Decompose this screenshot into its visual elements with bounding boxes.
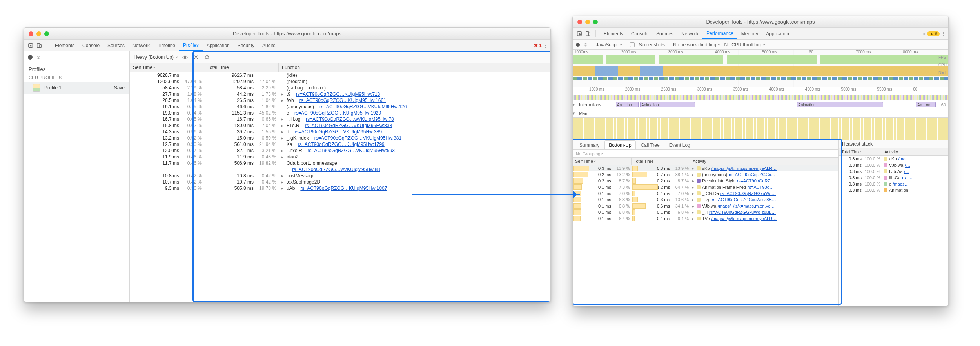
tab-application[interactable]: Application	[203, 40, 234, 51]
record-icon[interactable]	[576, 43, 580, 47]
main-flame[interactable]	[573, 118, 948, 140]
table-row[interactable]: 0.1 ms6.4 %0.1 ms6.4 %▸TVe/maps/_/js/k=m…	[573, 215, 838, 222]
source-link[interactable]: rs=ACT90oGqRZGGxuWo…	[720, 190, 776, 197]
save-profile-link[interactable]: Save	[114, 85, 125, 91]
tab-memory[interactable]: Memory	[737, 28, 762, 39]
inspect-icon[interactable]	[576, 30, 583, 37]
zoom-icon[interactable]	[44, 31, 49, 36]
tab-console[interactable]: Console	[627, 28, 652, 39]
table-row[interactable]: 0.3 ms100.0 %Animation	[839, 187, 948, 193]
table-row[interactable]: 16.7 ms0.65 %16.7 ms0.65 %▸_.H.ogrs=ACT9…	[130, 116, 550, 122]
tab-audits[interactable]: Audits	[258, 40, 279, 51]
table-row[interactable]: 9.3 ms0.36 %505.8 ms19.78 %▸uAbrs=ACT90o…	[130, 185, 550, 191]
source-link[interactable]: /…	[905, 162, 910, 168]
table-row[interactable]: 0.3 ms100.0 %iIL.Gars=…	[839, 175, 948, 181]
table-row[interactable]: 0.3 ms100.0 %c/maps…	[839, 181, 948, 187]
source-link[interactable]: rs=ACT90oGqRZGG…VKUIgM95Hw:126	[319, 104, 407, 110]
close-icon[interactable]	[577, 20, 582, 24]
net-throttle-select[interactable]: No network throttling	[673, 42, 720, 47]
col-total-time[interactable]: Total Time	[204, 63, 279, 72]
overview-timeline[interactable]: 1000ms2000 ms3000 ms4000 ms5000 ms607000…	[573, 50, 948, 87]
col-self-time[interactable]: Self Time	[573, 158, 632, 165]
bottom-tab-event-log[interactable]: Event Log	[665, 140, 695, 149]
tab-network[interactable]: Network	[129, 40, 154, 51]
table-row[interactable]: 15.8 ms0.62 %180.0 ms7.04 %▸F1e.Rrs=ACT9…	[130, 122, 550, 129]
source-link[interactable]: rs=ACT90oGqRZGGxuWo-z8B…	[712, 197, 776, 203]
table-row[interactable]: 0.1 ms6.8 %0.1 ms6.8 %▸_.jirs=ACT90oGqRZ…	[573, 209, 838, 215]
table-row[interactable]: 27.7 ms1.08 %44.2 ms1.73 %▸t9rs=ACT90oGq…	[130, 91, 550, 97]
minimize-icon[interactable]	[36, 31, 41, 36]
reload-icon[interactable]	[203, 54, 211, 61]
kebab-menu-icon[interactable]: ⋮	[941, 31, 945, 36]
bottom-tab-summary[interactable]: Summary	[575, 140, 604, 149]
col-self-time[interactable]: Self Time	[130, 63, 204, 72]
source-link[interactable]: /…	[904, 168, 909, 175]
table-row[interactable]: 10.7 ms0.42 %10.7 ms0.42 %▸texSubImage2D	[130, 179, 550, 185]
source-link[interactable]: /maps…	[893, 181, 909, 187]
source-link[interactable]: rs=ACT90oGqRZGG…VKUIgM95Hw:593	[308, 148, 395, 154]
table-row[interactable]: 11.9 ms0.46 %11.9 ms0.46 %▸atan2	[130, 154, 550, 160]
tab-performance[interactable]: Performance	[702, 28, 737, 39]
col-activity[interactable]: Activity	[690, 158, 838, 165]
source-link[interactable]: rs=ACT90oGqRZGG…VKUIgM95Hw:381	[314, 135, 401, 141]
source-link[interactable]: rs=ACT90oGqRZGGxuWo-z8BL…	[709, 209, 776, 215]
tab-timeline[interactable]: Timeline	[154, 40, 179, 51]
tab-network[interactable]: Network	[677, 28, 702, 39]
table-row[interactable]: 0.3 ms13.9 %0.3 ms13.9 %▸aKb/maps/_/js/k…	[573, 165, 838, 171]
table-row[interactable]: 10.8 ms0.42 %10.8 ms0.42 %▸postMessage	[130, 173, 550, 179]
table-row[interactable]: 14.3 ms0.56 %39.7 ms1.55 %▸drs=ACT90oGqR…	[130, 129, 550, 135]
more-tabs-icon[interactable]: »	[923, 31, 926, 36]
table-row[interactable]: 0.3 ms100.0 %aKb/ma…	[839, 156, 948, 162]
table-row[interactable]: 0.1 ms6.8 %0.6 ms34.1 %▸VJb.wa/maps/_/js…	[573, 203, 838, 209]
table-row[interactable]: 12.0 ms0.47 %82.1 ms3.21 %▸_.rYe.Rrs=ACT…	[130, 148, 550, 154]
inspect-icon[interactable]	[27, 42, 34, 49]
view-mode-select[interactable]: Heavy (Bottom Up)	[134, 55, 178, 60]
table-row[interactable]: 0.1 ms7.0 %0.1 ms7.0 %▸_.CG.Dars=ACT90oG…	[573, 190, 838, 197]
interactions-track[interactable]: ▸ Interactions Ani…ion Animation Animati…	[573, 100, 948, 109]
device-toggle-icon[interactable]	[36, 42, 43, 49]
tab-security[interactable]: Security	[234, 40, 258, 51]
hs-col-total[interactable]: Total Time	[839, 148, 882, 155]
table-row[interactable]: 12.7 ms0.50 %561.0 ms21.94 %Kars=ACT90oG…	[130, 141, 550, 148]
hs-col-activity[interactable]: Activity	[882, 148, 948, 155]
source-link[interactable]: rs=ACT90oGqRZGG…wVKUIgM95Hw:78	[306, 116, 394, 122]
zoom-icon[interactable]	[593, 20, 598, 24]
tab-sources[interactable]: Sources	[652, 28, 677, 39]
source-link[interactable]: /maps/_/js/k=maps.m.en.yeALR…	[711, 215, 777, 222]
table-row[interactable]: rs=ACT90oGqRZGG…wVKUIgM95Hw:88	[130, 166, 550, 173]
table-row[interactable]: 0.3 ms100.0 %LJb.Aa/…	[839, 168, 948, 175]
bottom-tab-bottom-up[interactable]: Bottom-Up	[604, 140, 635, 149]
main-track[interactable]: ▾ Main	[573, 109, 948, 118]
source-link[interactable]: rs=ACT90oGqRZGG…VKUIgM95Hw:389	[295, 129, 382, 135]
table-row[interactable]: 9626.7 ms9626.7 ms(idle)	[130, 72, 550, 78]
warn-badge[interactable]: ▲ 6	[927, 31, 940, 36]
table-row[interactable]: 1202.9 ms47.04 %1202.9 ms47.04 %(program…	[130, 78, 550, 85]
profile-item[interactable]: Profile 1 Save	[24, 82, 129, 94]
minimize-icon[interactable]	[585, 20, 590, 24]
table-row[interactable]: 0.1 ms6.8 %0.3 ms13.6 %▸_.zprs=ACT90oGqR…	[573, 197, 838, 203]
tab-elements[interactable]: Elements	[51, 40, 78, 51]
clear-icon[interactable]: ⊘	[584, 42, 588, 47]
source-link[interactable]: rs=ACT90oGqRZGG…KUIgM95Hw:1799	[298, 141, 385, 148]
screenshots-checkbox[interactable]	[630, 42, 635, 47]
tab-application[interactable]: Application	[762, 28, 793, 39]
device-toggle-icon[interactable]	[584, 30, 592, 37]
scope-select[interactable]: JavaScript	[596, 42, 622, 47]
table-row[interactable]: 13.2 ms0.52 %15.0 ms0.59 %▸_.gK.indexrs=…	[130, 135, 550, 141]
table-row[interactable]: 0.1 ms7.3 %1.2 ms64.7 %▸Animation Frame …	[573, 184, 838, 190]
source-link[interactable]: /maps/_/js/k=maps.m.en.ye…	[718, 203, 775, 209]
table-row[interactable]: 11.7 ms0.46 %506.9 ms19.82 %Oda.b.port1.…	[130, 160, 550, 166]
col-function[interactable]: Function	[279, 63, 550, 72]
flame-strip[interactable]	[573, 95, 948, 100]
source-link[interactable]: rs=ACT90oGqRZGG…VKUIgM95Hw:838	[305, 122, 392, 129]
source-link[interactable]: rs=ACT90oGqRZ…	[737, 178, 775, 184]
cpu-throttle-select[interactable]: No CPU throttling	[724, 42, 765, 47]
source-link[interactable]: rs=ACT90oGqRZGG…KUIgM95Hw:1807	[300, 185, 387, 191]
table-row[interactable]: 0.3 ms100.0 %VJb.wa/…	[839, 162, 948, 168]
source-link[interactable]: rs=…	[902, 175, 913, 181]
bottom-tab-call-tree[interactable]: Call Tree	[637, 140, 664, 149]
detail-ruler[interactable]: 1500 ms2000 ms2500 ms3000 ms3500 ms4000 …	[573, 87, 948, 95]
focus-icon[interactable]	[181, 54, 189, 61]
close-icon[interactable]	[29, 31, 33, 36]
error-badge[interactable]: ✖ 1	[534, 43, 542, 48]
